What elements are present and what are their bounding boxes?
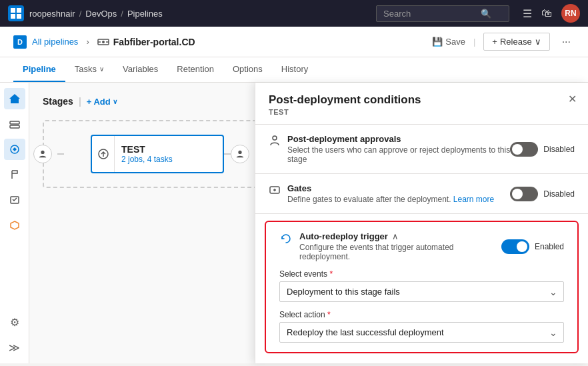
left-sidebar: ⚙ ≫ bbox=[0, 83, 29, 363]
stage-name: TEST bbox=[121, 144, 173, 155]
panel-title: Post-deployment conditions bbox=[269, 93, 421, 107]
gates-row: Gates Define gates to evaluate after the… bbox=[269, 183, 575, 204]
post-approval-icon[interactable] bbox=[231, 145, 249, 163]
post-deployment-panel: Post-deployment conditions TEST ✕ bbox=[255, 83, 588, 363]
main-content: ⚙ ≫ Stages | + Add ∨ bbox=[0, 83, 588, 363]
gates-icon bbox=[269, 184, 281, 199]
sidebar-item-settings[interactable]: ⚙ bbox=[4, 311, 25, 333]
select-action-label: Select action * bbox=[279, 310, 564, 319]
auto-redeploy-row: Auto-redeploy trigger ∧ Configure the ev… bbox=[279, 231, 564, 261]
testplans-icon bbox=[9, 195, 20, 205]
breadcrumb-row: D All pipelines › Fabfiber-portal.CD 💾 S… bbox=[0, 27, 588, 57]
select-events-label: Select events * bbox=[279, 269, 564, 279]
select-events-dropdown[interactable]: Deployment to this stage fails bbox=[279, 281, 564, 302]
top-navigation: roopeshnair / DevOps / Pipelines 🔍 ☰ 🛍 R… bbox=[0, 0, 588, 27]
search-input[interactable] bbox=[383, 9, 477, 19]
panel-body: Post-deployment approvals Select the use… bbox=[255, 125, 588, 353]
list-icon[interactable]: ☰ bbox=[523, 7, 532, 20]
nav-icons: ☰ 🛍 RN bbox=[523, 4, 580, 23]
sep1: / bbox=[79, 9, 82, 19]
pre-approval-icon[interactable] bbox=[33, 145, 52, 163]
connector-right bbox=[224, 153, 231, 155]
select-events-group: Select events * Deployment to this stage… bbox=[279, 269, 564, 302]
auto-redeploy-toggle[interactable] bbox=[501, 239, 529, 254]
stage-test[interactable]: TEST 2 jobs, 4 tasks bbox=[91, 135, 224, 173]
panel-close-button[interactable]: ✕ bbox=[564, 91, 580, 107]
auto-redeploy-icon bbox=[279, 232, 293, 249]
breadcrumb-chevron: › bbox=[86, 37, 89, 47]
gates-name: Gates bbox=[287, 183, 494, 193]
tab-variables[interactable]: Variables bbox=[113, 57, 167, 82]
action-required: * bbox=[327, 310, 331, 319]
approvals-toggle-label: Disabled bbox=[543, 145, 575, 154]
home-icon bbox=[9, 93, 20, 104]
tab-pipeline[interactable]: Pipeline bbox=[13, 57, 65, 82]
panel-header: Post-deployment conditions TEST ✕ bbox=[255, 83, 588, 125]
auto-redeploy-name: Auto-redeploy trigger bbox=[299, 231, 388, 241]
sidebar-item-repos[interactable] bbox=[4, 164, 25, 185]
stage-deploy-icon bbox=[97, 148, 109, 160]
sidebar-item-releases[interactable] bbox=[4, 139, 25, 160]
stage-row: TEST 2 jobs, 4 tasks bbox=[57, 135, 249, 173]
gates-svg-icon bbox=[269, 184, 281, 196]
gates-toggle[interactable] bbox=[510, 187, 538, 201]
tab-tasks[interactable]: Tasks ∨ bbox=[65, 57, 113, 82]
stage-icon-area bbox=[92, 136, 115, 172]
gates-toggle-knob bbox=[512, 189, 523, 199]
more-options-button[interactable]: ··· bbox=[558, 33, 575, 51]
app-logo[interactable] bbox=[8, 5, 24, 21]
page-name[interactable]: Pipelines bbox=[127, 9, 163, 19]
add-chevron-icon: ∨ bbox=[113, 98, 117, 105]
release-button[interactable]: + Release ∨ bbox=[483, 33, 549, 51]
avatar[interactable]: RN bbox=[561, 4, 580, 23]
select-action-wrapper: Redeploy the last successful deployment bbox=[279, 322, 564, 343]
project-name[interactable]: DevOps bbox=[85, 9, 117, 19]
select-action-dropdown[interactable]: Redeploy the last successful deployment bbox=[279, 322, 564, 343]
search-bar[interactable]: 🔍 bbox=[376, 5, 509, 22]
gates-title-area: Gates Define gates to evaluate after the… bbox=[269, 183, 510, 204]
sidebar-item-home[interactable] bbox=[4, 88, 25, 109]
auto-redeploy-desc: Configure the events that trigger automa… bbox=[299, 243, 501, 261]
auto-redeploy-toggle-group: Enabled bbox=[501, 239, 564, 254]
approval-person-icon bbox=[269, 135, 281, 147]
release-chevron-icon: ∨ bbox=[535, 37, 541, 47]
tab-retention[interactable]: Retention bbox=[167, 57, 223, 82]
tab-options[interactable]: Options bbox=[223, 57, 272, 82]
sidebar-item-expand[interactable]: ≫ bbox=[4, 337, 25, 358]
auto-redeploy-collapse-icon[interactable]: ∧ bbox=[392, 231, 399, 241]
approvals-toggle[interactable] bbox=[510, 142, 538, 157]
approvals-section: Post-deployment approvals Select the use… bbox=[255, 125, 588, 174]
approvals-desc: Select the users who can approve or reje… bbox=[287, 145, 510, 164]
gates-desc: Define gates to evaluate after the deplo… bbox=[287, 195, 494, 204]
store-icon[interactable]: 🛍 bbox=[541, 7, 552, 19]
add-stage-button[interactable]: + Add ∨ bbox=[87, 97, 117, 107]
gates-toggle-label: Disabled bbox=[543, 189, 575, 199]
approvals-toggle-group: Disabled bbox=[510, 142, 575, 157]
add-icon: + bbox=[87, 97, 92, 107]
sidebar-item-artifacts[interactable] bbox=[4, 215, 25, 236]
sidebar-item-testplans[interactable] bbox=[4, 189, 25, 211]
pipeline-name: Fabfiber-portal.CD bbox=[113, 37, 195, 47]
stage-jobs[interactable]: 2 jobs, 4 tasks bbox=[121, 155, 173, 164]
svg-rect-4 bbox=[10, 121, 19, 124]
gates-learn-more-link[interactable]: Learn more bbox=[453, 195, 494, 204]
header-divider: | bbox=[79, 96, 81, 107]
person-left-icon bbox=[38, 149, 47, 159]
select-action-group: Select action * Redeploy the last succes… bbox=[279, 310, 564, 343]
stages-wrapper: TEST 2 jobs, 4 tasks bbox=[43, 120, 264, 188]
auto-redeploy-toggle-knob bbox=[517, 241, 527, 252]
save-button[interactable]: 💾 Save bbox=[432, 37, 465, 47]
stage-info: TEST 2 jobs, 4 tasks bbox=[121, 144, 173, 164]
svg-point-11 bbox=[273, 136, 277, 140]
org-name[interactable]: roopeshnair bbox=[29, 9, 75, 19]
all-pipelines-link[interactable]: All pipelines bbox=[32, 37, 78, 47]
repos-icon bbox=[9, 169, 20, 180]
sidebar-item-pipelines[interactable] bbox=[4, 113, 25, 135]
approval-icon bbox=[269, 135, 281, 150]
auto-redeploy-name-row: Auto-redeploy trigger ∧ bbox=[299, 231, 501, 241]
approvals-row: Post-deployment approvals Select the use… bbox=[269, 134, 575, 164]
pipelines-icon bbox=[9, 119, 20, 129]
releases-icon bbox=[9, 144, 20, 155]
svg-point-1 bbox=[102, 41, 105, 43]
tab-history[interactable]: History bbox=[272, 57, 317, 82]
